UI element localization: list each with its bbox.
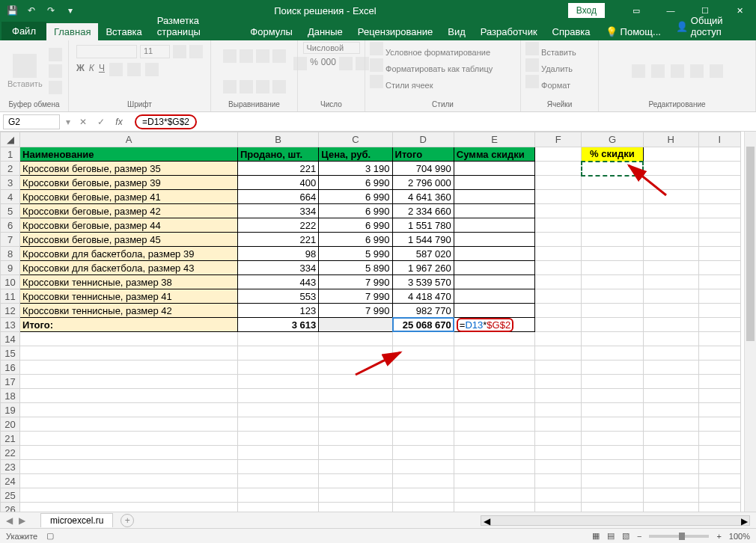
cell[interactable]: [20, 432, 238, 446]
cell[interactable]: [643, 346, 698, 361]
merge-icon[interactable]: [272, 80, 286, 93]
cell[interactable]: [392, 474, 454, 488]
cell[interactable]: 3 539 570: [392, 275, 454, 289]
cell[interactable]: [582, 460, 643, 474]
cell[interactable]: [454, 204, 534, 218]
col-header-b[interactable]: B: [237, 132, 318, 147]
cell[interactable]: [237, 389, 318, 403]
cell-d13[interactable]: 25 068 670: [392, 318, 454, 332]
cell[interactable]: [643, 318, 698, 332]
zoom-in-button[interactable]: +: [716, 532, 721, 541]
cell[interactable]: [582, 304, 643, 318]
cell[interactable]: [643, 361, 698, 375]
redo-icon[interactable]: ↷: [43, 3, 58, 18]
row-header[interactable]: 19: [1, 403, 20, 417]
cell[interactable]: [319, 446, 392, 460]
cell[interactable]: 6 990: [319, 218, 392, 233]
cell[interactable]: 222: [237, 218, 318, 233]
cell[interactable]: 7 990: [319, 275, 392, 289]
cell[interactable]: [454, 176, 534, 190]
row-header[interactable]: 6: [1, 218, 20, 233]
wrap-text-icon[interactable]: [272, 49, 286, 63]
tab-file[interactable]: Файл: [1, 22, 46, 40]
cell[interactable]: [454, 218, 534, 233]
cell[interactable]: [582, 261, 643, 275]
cell[interactable]: Кроссовки беговые, размер 41: [20, 190, 238, 204]
cell[interactable]: 2 796 000: [392, 176, 454, 190]
cell[interactable]: 4 641 360: [392, 190, 454, 204]
row-header[interactable]: 8: [1, 247, 20, 261]
cell[interactable]: [643, 162, 698, 176]
row-header[interactable]: 4: [1, 190, 20, 204]
cell[interactable]: [643, 176, 698, 190]
cell[interactable]: Кроссовки теннисные, размер 42: [20, 304, 238, 318]
comma-style-icon[interactable]: 000: [321, 57, 336, 70]
cell[interactable]: [643, 304, 698, 318]
cell[interactable]: [20, 474, 238, 488]
cell[interactable]: [454, 346, 534, 361]
cell[interactable]: [454, 460, 534, 474]
cell[interactable]: [454, 361, 534, 375]
cell[interactable]: [698, 460, 740, 474]
cell[interactable]: [535, 375, 582, 389]
cell[interactable]: 334: [237, 261, 318, 275]
cell[interactable]: 3 190: [319, 162, 392, 176]
row-header[interactable]: 5: [1, 204, 20, 218]
cell[interactable]: [392, 375, 454, 389]
cell[interactable]: [20, 446, 238, 460]
row-header[interactable]: 16: [1, 361, 20, 375]
row-header[interactable]: 17: [1, 375, 20, 389]
cell[interactable]: [319, 332, 392, 346]
cell[interactable]: [698, 346, 740, 361]
cell[interactable]: [535, 289, 582, 304]
cell[interactable]: [698, 332, 740, 346]
row-header[interactable]: 13: [1, 318, 20, 332]
cell[interactable]: [319, 488, 392, 503]
cell[interactable]: [454, 261, 534, 275]
border-icon[interactable]: [109, 63, 123, 76]
cell[interactable]: [319, 460, 392, 474]
cell[interactable]: [698, 247, 740, 261]
hscroll-left-icon[interactable]: ◀: [481, 516, 492, 525]
zoom-level[interactable]: 100%: [729, 532, 750, 541]
cell[interactable]: [392, 417, 454, 432]
cell[interactable]: [454, 304, 534, 318]
cell[interactable]: 6 990: [319, 176, 392, 190]
tab-insert[interactable]: Вставка: [98, 23, 149, 40]
clear-icon[interactable]: [671, 64, 684, 78]
cell[interactable]: [582, 403, 643, 417]
cell[interactable]: [392, 432, 454, 446]
cell[interactable]: [582, 247, 643, 261]
cell[interactable]: [237, 488, 318, 503]
cell[interactable]: [535, 176, 582, 190]
cell[interactable]: 443: [237, 275, 318, 289]
cell[interactable]: [582, 190, 643, 204]
cell[interactable]: [20, 417, 238, 432]
cell[interactable]: 5 990: [319, 247, 392, 261]
cell[interactable]: [582, 417, 643, 432]
cell[interactable]: [535, 417, 582, 432]
cell[interactable]: [698, 261, 740, 275]
fill-icon[interactable]: [651, 64, 665, 78]
cell[interactable]: Продано, шт.: [237, 147, 318, 162]
cell[interactable]: [535, 218, 582, 233]
cell[interactable]: [319, 318, 392, 332]
cell[interactable]: [319, 389, 392, 403]
cell[interactable]: [535, 361, 582, 375]
cell[interactable]: [643, 218, 698, 233]
cell[interactable]: [20, 460, 238, 474]
tab-layout[interactable]: Разметка страницы: [150, 12, 243, 40]
cell[interactable]: [535, 332, 582, 346]
insert-cells-button[interactable]: Вставить: [525, 42, 576, 57]
macro-record-icon[interactable]: ▢: [46, 531, 54, 541]
cell[interactable]: 221: [237, 233, 318, 247]
fx-icon[interactable]: fx: [112, 117, 126, 127]
ribbon-options-icon[interactable]: ▭: [620, 1, 653, 19]
cell[interactable]: [698, 446, 740, 460]
cell[interactable]: [643, 233, 698, 247]
tab-tellme[interactable]: 💡Помощ...: [598, 23, 668, 40]
cell[interactable]: [535, 190, 582, 204]
cell[interactable]: [698, 233, 740, 247]
cell[interactable]: [535, 204, 582, 218]
cell-styles-button[interactable]: Стили ячеек: [370, 75, 433, 90]
